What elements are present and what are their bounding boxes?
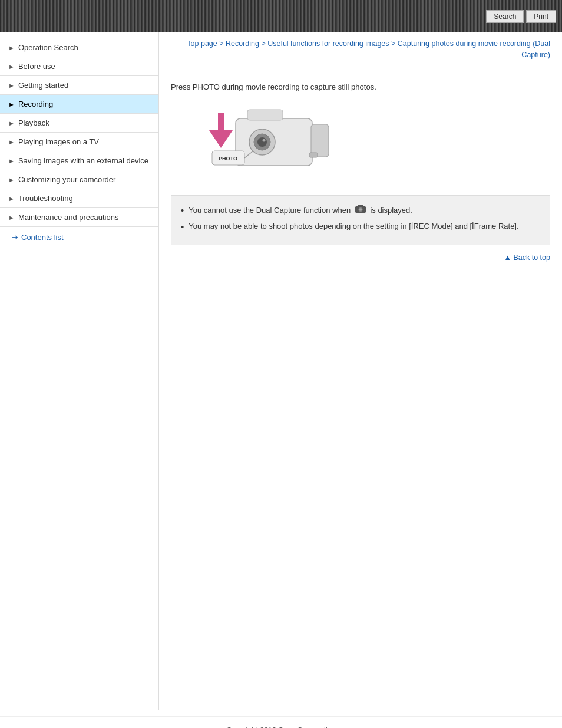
svg-text:PHOTO: PHOTO [219,156,237,162]
svg-rect-6 [247,110,283,120]
breadcrumb-capturing-photos[interactable]: Capturing photos during movie recording … [398,39,550,59]
breadcrumb: Top page > Recording > Useful functions … [171,38,550,61]
note-text-1: You cannot use the Dual Capture function… [189,204,540,218]
arrow-icon-0: ► [8,44,15,51]
sidebar-item-playback[interactable]: ► Playback [0,114,158,133]
sidebar-item-recording[interactable]: ► Recording [0,95,158,114]
header-bar: Search Print [0,0,562,32]
sidebar-label-2: Getting started [18,81,68,90]
breadcrumb-sep3: > [389,39,398,48]
breadcrumb-sep2: > [259,39,267,48]
breadcrumb-top-page[interactable]: Top page [187,39,217,48]
content-separator [171,73,550,73]
sidebar-item-troubleshooting[interactable]: ► Troubleshooting [0,189,158,208]
back-to-top-link[interactable]: Back to top [504,253,550,262]
contents-list-label: Contents list [21,233,64,242]
camcorder-svg: PHOTO [177,101,342,183]
sidebar-label-9: Maintenance and precautions [18,213,119,222]
note-item-1: • You cannot use the Dual Capture functi… [181,204,540,218]
sidebar-item-playing-images-tv[interactable]: ► Playing images on a TV [0,133,158,151]
description-text: Press PHOTO during movie recording to ca… [171,83,550,91]
bullet-1: • [181,204,184,216]
footer: Copyright 2013 Sony Corporation [0,716,562,728]
content-area: Top page > Recording > Useful functions … [159,32,562,710]
arrow-icon-3: ► [8,101,15,108]
camcorder-illustration: PHOTO [177,101,550,183]
arrow-icon-8: ► [8,195,15,202]
back-to-top: Back to top [171,253,550,262]
svg-rect-13 [358,205,363,207]
note-item-2: • You may not be able to shoot photos de… [181,220,540,233]
breadcrumb-useful-functions[interactable]: Useful functions for recording images [267,39,389,48]
notes-box: • You cannot use the Dual Capture functi… [171,195,550,246]
sidebar-label-4: Playback [18,118,49,127]
camera-svg-icon [355,204,366,213]
svg-point-5 [263,139,266,141]
sidebar-label-0: Operation Search [18,43,78,52]
sidebar: ► Operation Search ► Before use ► Gettin… [0,32,159,710]
print-button[interactable]: Print [526,10,556,23]
sidebar-item-before-use[interactable]: ► Before use [0,57,158,76]
sidebar-label-3: Recording [18,100,53,108]
svg-rect-7 [311,124,329,157]
note1-suffix: is displayed. [368,205,412,214]
svg-marker-0 [209,113,233,148]
sidebar-label-1: Before use [18,62,55,71]
sidebar-item-operation-search[interactable]: ► Operation Search [0,38,158,57]
bullet-2: • [181,220,184,233]
sidebar-label-5: Playing images on a TV [18,137,99,146]
sidebar-label-7: Customizing your camcorder [18,175,115,184]
svg-point-4 [257,137,267,147]
arrow-icon-4: ► [8,120,15,127]
breadcrumb-sep1: > [217,39,226,48]
note-text-2: You may not be able to shoot photos depe… [189,220,540,233]
sidebar-label-8: Troubleshooting [18,194,73,203]
camera-icon-inline [355,204,366,218]
arrow-icon-6: ► [8,157,15,164]
svg-rect-11 [309,153,318,157]
sidebar-item-saving-images[interactable]: ► Saving images with an external device [0,151,158,170]
sidebar-item-maintenance[interactable]: ► Maintenance and precautions [0,208,158,227]
arrow-icon-1: ► [8,63,15,70]
header-buttons: Search Print [486,10,556,23]
arrow-icon-9: ► [8,214,15,221]
sidebar-label-6: Saving images with an external device [18,156,148,165]
arrow-icon-7: ► [8,176,15,183]
search-button[interactable]: Search [486,10,524,23]
contents-list-arrow-icon: ➔ [12,233,18,242]
note1-prefix: You cannot use the Dual Capture function… [189,205,353,214]
arrow-icon-5: ► [8,139,15,146]
breadcrumb-recording[interactable]: Recording [226,39,259,48]
main-layout: ► Operation Search ► Before use ► Gettin… [0,32,562,710]
arrow-icon-2: ► [8,82,15,89]
sidebar-item-customizing[interactable]: ► Customizing your camcorder [0,170,158,189]
svg-point-15 [359,208,362,210]
sidebar-item-getting-started[interactable]: ► Getting started [0,76,158,95]
contents-list-link[interactable]: ➔ Contents list [0,227,158,248]
